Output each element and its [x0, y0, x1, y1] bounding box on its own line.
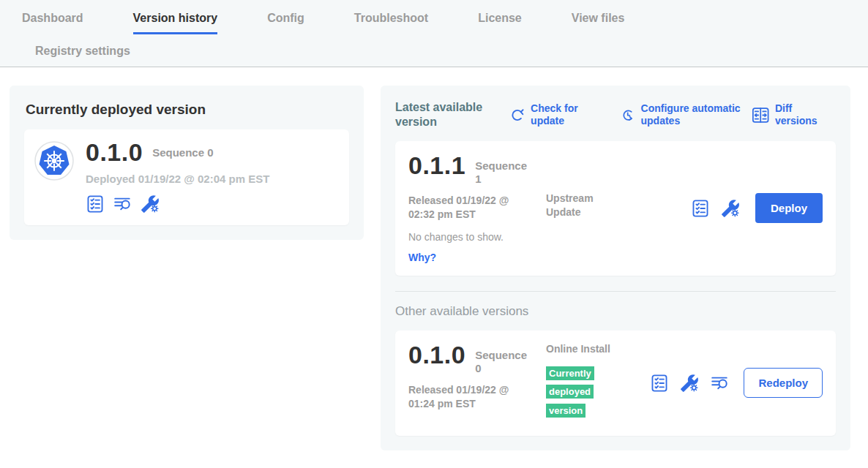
checklist-icon[interactable]: [650, 374, 669, 393]
other-released-timestamp: Released 01/19/22 @ 01:24 pm EST: [408, 383, 522, 411]
no-changes-text: No changes to show.: [408, 231, 546, 243]
current-version-details: 0.1.0 Sequence 0 Deployed 01/19/22 @ 02:…: [86, 140, 269, 214]
config-wrench-icon[interactable]: [721, 199, 740, 218]
other-available-versions-title: Other available versions: [395, 304, 836, 319]
tab-registry-settings[interactable]: Registry settings: [35, 45, 130, 57]
latest-version-info: 0.1.1 Sequence 1 Released 01/19/22 @ 02:…: [408, 153, 546, 264]
tab-config[interactable]: Config: [267, 12, 304, 34]
configure-automatic-updates-link[interactable]: Configure automatic updates: [620, 102, 750, 127]
top-navigation: Dashboard Version history Config Trouble…: [0, 0, 868, 67]
current-deployed-timestamp: Deployed 01/19/22 @ 02:04 pm EST: [86, 173, 269, 185]
currently-deployed-badge: Currently deployed version: [546, 363, 605, 420]
available-versions-header: Latest available version Check for updat…: [395, 100, 836, 129]
currently-deployed-title: Currently deployed version: [26, 102, 349, 118]
current-sequence-label: Sequence 0: [152, 146, 213, 159]
currently-deployed-card: 0.1.0 Sequence 0 Deployed 01/19/22 @ 02:…: [24, 129, 349, 225]
diff-icon: [751, 105, 770, 125]
nav-row-1: Dashboard Version history Config Trouble…: [0, 12, 868, 34]
redeploy-button[interactable]: Redeploy: [744, 368, 823, 398]
currently-deployed-panel: Currently deployed version: [10, 86, 364, 240]
available-versions-panel: Latest available version Check for updat…: [381, 86, 850, 450]
checklist-icon[interactable]: [691, 199, 710, 218]
other-source-label: Online Install: [546, 342, 616, 356]
config-wrench-icon[interactable]: [680, 374, 699, 393]
latest-source-label: Upstream Update: [546, 192, 616, 219]
checklist-icon[interactable]: [86, 195, 105, 214]
other-card-actions: Redeploy: [650, 368, 823, 398]
refresh-icon: [509, 106, 525, 124]
other-source-column: Online Install Currently deployed versio…: [546, 342, 616, 420]
kubernetes-logo: [34, 141, 74, 181]
latest-version-card: 0.1.1 Sequence 1 Released 01/19/22 @ 02:…: [395, 141, 836, 276]
deploy-logs-icon[interactable]: [710, 374, 730, 393]
tab-dashboard[interactable]: Dashboard: [22, 12, 83, 34]
other-sequence-label: Sequence 0: [475, 349, 528, 375]
tab-version-history[interactable]: Version history: [133, 12, 218, 34]
latest-card-actions: Deploy: [691, 193, 823, 223]
other-version-info: 0.1.0 Sequence 0 Released 01/19/22 @ 01:…: [408, 342, 546, 411]
tab-view-files[interactable]: View files: [572, 12, 625, 34]
automatic-updates-icon: [620, 106, 635, 124]
config-wrench-icon[interactable]: [141, 195, 160, 214]
deploy-button[interactable]: Deploy: [755, 193, 823, 223]
check-for-update-link[interactable]: Check for update: [509, 102, 589, 127]
diff-versions-link[interactable]: Diff versions: [751, 102, 836, 127]
latest-version-number: 0.1.1: [408, 153, 465, 179]
latest-released-timestamp: Released 01/19/22 @ 02:32 pm EST: [408, 194, 522, 222]
current-card-actions: [86, 195, 269, 214]
current-version-number: 0.1.0: [86, 140, 143, 166]
deploy-logs-icon[interactable]: [113, 195, 132, 214]
latest-sequence-label: Sequence 1: [475, 159, 528, 186]
tab-troubleshoot[interactable]: Troubleshoot: [354, 12, 428, 34]
latest-available-title: Latest available version: [395, 100, 495, 129]
other-version-card: 0.1.0 Sequence 0 Released 01/19/22 @ 01:…: [395, 331, 836, 436]
nav-row-2: Registry settings: [0, 34, 868, 67]
main-content: Currently deployed version: [0, 67, 868, 450]
why-link[interactable]: Why?: [408, 252, 436, 263]
other-version-number: 0.1.0: [408, 342, 465, 369]
tab-license[interactable]: License: [478, 12, 522, 34]
section-divider: [395, 291, 836, 292]
